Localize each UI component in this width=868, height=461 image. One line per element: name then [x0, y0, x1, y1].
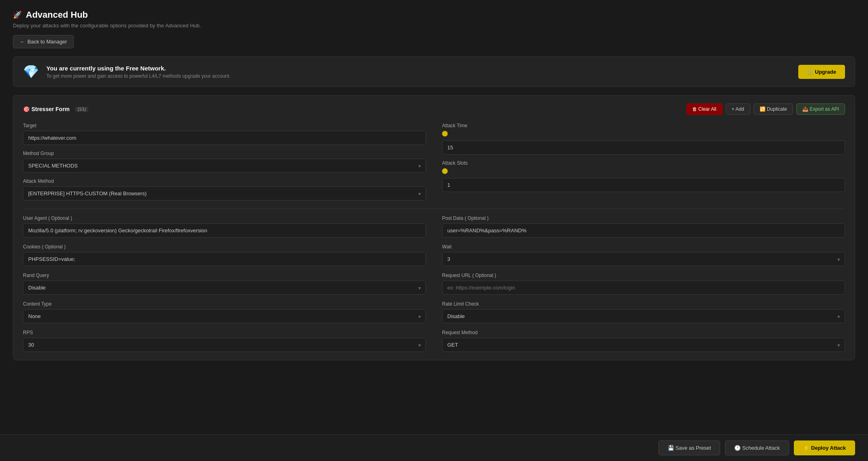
rate-limit-group: Rate Limit Check Disable [442, 301, 845, 323]
rand-query-select[interactable]: Disable [23, 281, 426, 295]
rand-query-group: Rand Query Disable [23, 273, 426, 295]
content-type-group: Content Type None [23, 301, 426, 323]
attack-slots-input[interactable] [442, 178, 845, 192]
rate-limit-select[interactable]: Disable [442, 309, 845, 323]
target-input[interactable] [23, 131, 426, 145]
target-label: Target [23, 123, 426, 128]
network-banner: 💎 You are currently using the Free Netwo… [13, 56, 855, 87]
attack-slots-slider-dot[interactable] [442, 168, 448, 174]
cookies-group: Cookies ( Optional ) [23, 244, 426, 266]
back-arrow-icon: ← [20, 39, 25, 45]
deploy-attack-button[interactable]: ⚡ Deploy Attack [794, 440, 855, 455]
attack-method-label: Attack Method [23, 178, 426, 184]
rand-query-label: Rand Query [23, 273, 426, 278]
banner-subtitle: To get more power and gain access to pow… [46, 73, 230, 79]
attack-method-select[interactable]: [ENTERPRISE] HTTPS-CUSTOM (Real Browsers… [23, 186, 426, 201]
back-to-manager-button[interactable]: ← Back to Manager [13, 35, 74, 48]
attack-slots-label: Attack Slots [442, 160, 845, 166]
content-type-label: Content Type [23, 301, 426, 307]
diamond-icon: 💎 [23, 64, 39, 79]
content-type-select[interactable]: None [23, 309, 426, 323]
request-url-input[interactable] [442, 281, 845, 295]
form-badge: (1/1) [75, 107, 89, 112]
attack-slots-group: Attack Slots [442, 160, 845, 192]
wait-group: Wait 3 [442, 244, 845, 266]
rps-label: RPS [23, 330, 426, 335]
request-method-group: Request Method GET [442, 330, 845, 352]
banner-title: You are currently using the Free Network… [46, 65, 230, 72]
wait-label: Wait [442, 244, 845, 250]
schedule-attack-button[interactable]: 🕐 Schedule Attack [725, 440, 789, 455]
export-api-button[interactable]: 📤 Export as API [796, 103, 845, 115]
user-agent-input[interactable] [23, 223, 426, 238]
page-subtitle: Deploy your attacks with the configurabl… [13, 23, 201, 29]
attack-time-slider-dot[interactable] [442, 131, 448, 136]
back-button-label: Back to Manager [27, 39, 67, 45]
stresser-form-panel: 🎯 Stresser Form (1/1) 🗑 Clear All + Add … [13, 95, 855, 360]
post-data-input[interactable] [442, 223, 845, 238]
cookies-input[interactable] [23, 252, 426, 266]
bottom-bar: 💾 Save as Preset 🕐 Schedule Attack ⚡ Dep… [0, 434, 868, 461]
add-button[interactable]: + Add [726, 103, 750, 115]
save-preset-button[interactable]: 💾 Save as Preset [658, 440, 721, 455]
attack-time-input[interactable] [442, 141, 845, 155]
attack-time-group: Attack Time [442, 123, 845, 155]
page-icon: 🚀 [13, 10, 22, 19]
target-group: Target [23, 123, 426, 145]
post-data-group: Post Data ( Optional ) [442, 215, 845, 238]
user-agent-group: User Agent ( Optional ) [23, 215, 426, 238]
method-group-label: Method Group [23, 151, 426, 156]
cookies-label: Cookies ( Optional ) [23, 244, 426, 250]
upgrade-button[interactable]: 🛒 Upgrade [798, 65, 845, 79]
stresser-form-title: 🎯 Stresser Form [23, 106, 70, 112]
user-agent-label: User Agent ( Optional ) [23, 215, 426, 221]
duplicate-button[interactable]: 🔁 Duplicate [754, 103, 793, 115]
page-title: Advanced Hub [26, 10, 88, 20]
request-url-group: Request URL ( Optional ) [442, 273, 845, 295]
method-group-group: Method Group SPECIAL METHODS [23, 151, 426, 173]
clear-all-button[interactable]: 🗑 Clear All [686, 103, 723, 115]
page-header: 🚀 Advanced Hub Deploy your attacks with … [13, 10, 855, 48]
request-method-select[interactable]: GET [442, 338, 845, 352]
form-divider [23, 209, 845, 209]
attack-method-group: Attack Method [ENTERPRISE] HTTPS-CUSTOM … [23, 178, 426, 201]
wait-select[interactable]: 3 [442, 252, 845, 266]
post-data-label: Post Data ( Optional ) [442, 215, 845, 221]
rps-select[interactable]: 30 [23, 338, 426, 352]
method-group-select[interactable]: SPECIAL METHODS [23, 159, 426, 173]
attack-time-label: Attack Time [442, 123, 845, 128]
rps-group: RPS 30 [23, 330, 426, 352]
request-url-label: Request URL ( Optional ) [442, 273, 845, 278]
request-method-label: Request Method [442, 330, 845, 335]
rate-limit-label: Rate Limit Check [442, 301, 845, 307]
